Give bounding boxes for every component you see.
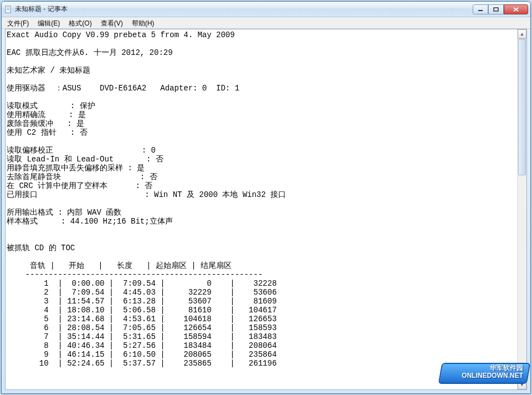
app-icon xyxy=(4,5,13,14)
text-line: 7 | 35:14.44 | 5:31.65 | 158594 | 183483 xyxy=(7,332,290,341)
text-line: 2 | 7:09.54 | 4:45.03 | 32229 | 53606 xyxy=(7,288,290,297)
text-line: 9 | 46:14.15 | 6:10.50 | 208065 | 235864 xyxy=(7,350,290,359)
text-line: 使用 C2 指针 : 否 xyxy=(7,128,88,137)
menu-edit[interactable]: 编辑(E) xyxy=(33,17,64,28)
text-line: 6 | 28:08.54 | 7:05.65 | 126654 | 158593 xyxy=(7,323,290,332)
text-line: 1 | 0:00.00 | 7:09.54 | 0 | 32228 xyxy=(7,279,290,288)
close-button[interactable] xyxy=(504,4,528,14)
menubar: 文件(F) 编辑(E) 格式(O) 查看(V) 帮助(H) xyxy=(2,17,530,29)
watermark-line2: ONLINEDOWN.NET xyxy=(462,372,523,379)
menu-help[interactable]: 帮助(H) xyxy=(127,17,159,28)
notepad-window: 未知标题 - 记事本 文件(F) 编辑(E) 格式(O) 查看(V) 帮助(H)… xyxy=(1,1,531,394)
watermark-text: 华军软件园 ONLINEDOWN.NET xyxy=(462,364,523,379)
text-line: 3 | 11:54.57 | 6:13.28 | 53607 | 81609 xyxy=(7,297,290,306)
text-line: 未知艺术家 / 未知标题 xyxy=(7,66,90,75)
text-line: 5 | 23:14.68 | 4:53.61 | 104618 | 126653 xyxy=(7,315,290,323)
text-line: EAC 抓取日志文件从6. 十一月 2012, 20:29 xyxy=(7,48,173,57)
text-line: 样本格式 : 44.100 Hz;16 Bit;立体声 xyxy=(7,217,173,226)
scroll-up-button[interactable]: ▲ xyxy=(518,29,526,39)
text-line: 音轨 | 开始 | 长度 | 起始扇区 | 结尾扇区 xyxy=(7,261,236,270)
watermark-badge: 华军软件园 ONLINEDOWN.NET xyxy=(440,359,529,391)
text-line: 4 | 18:08.10 | 5:06.58 | 81610 | 104617 xyxy=(7,306,290,315)
text-line: 所用输出格式 : 内部 WAV 函数 xyxy=(7,208,121,217)
text-line: 在 CRC 计算中使用了空样本 : 否 xyxy=(7,181,152,190)
text-line: ----------------------------------------… xyxy=(7,270,263,279)
text-line: 废除音频缓冲 : 是 xyxy=(7,119,84,128)
client-area: Exact Audio Copy V0.99 prebeta 5 from 4.… xyxy=(5,29,527,390)
window-controls xyxy=(473,4,528,14)
watermark-line1: 华军软件园 xyxy=(490,364,523,372)
text-line: 使用驱动器 ：ASUS DVD-E616A2 Adapter: 0 ID: 1 xyxy=(7,84,239,93)
text-line: 用静音填充抓取中丢失偏移的采样 : 是 xyxy=(7,164,145,173)
menu-view[interactable]: 查看(V) xyxy=(96,17,127,28)
text-area[interactable]: Exact Audio Copy V0.99 prebeta 5 from 4.… xyxy=(7,31,516,388)
svg-rect-0 xyxy=(6,6,11,13)
vertical-scrollbar[interactable]: ▲ ▼ xyxy=(517,29,526,389)
text-line: 读取模式 : 保护 xyxy=(7,102,95,110)
titlebar[interactable]: 未知标题 - 记事本 xyxy=(2,2,530,17)
text-line: 读取 Lead-In 和 Lead-Out : 否 xyxy=(7,155,163,164)
scroll-thumb[interactable] xyxy=(518,39,526,175)
svg-rect-5 xyxy=(494,8,498,11)
scroll-track[interactable] xyxy=(518,39,526,380)
text-line: 已用接口 : Win NT 及 2000 本地 Win32 接口 xyxy=(7,190,286,199)
maximize-button[interactable] xyxy=(488,4,504,14)
text-line: Exact Audio Copy V0.99 prebeta 5 from 4.… xyxy=(7,31,235,39)
menu-format[interactable]: 格式(O) xyxy=(64,17,96,28)
window-title: 未知标题 - 记事本 xyxy=(15,4,473,14)
text-line: 去除首尾静音块 : 否 xyxy=(7,173,157,181)
text-line: 使用精确流 : 是 xyxy=(7,110,86,119)
text-line: 被抓轨 CD 的 TOC xyxy=(7,244,75,252)
text-line: 读取偏移校正 : 0 xyxy=(7,146,156,155)
minimize-button[interactable] xyxy=(473,4,488,14)
text-line: 8 | 40:46.34 | 5:27.56 | 183484 | 208064 xyxy=(7,341,290,350)
text-line: 10 | 52:24.65 | 5:37.57 | 235865 | 26119… xyxy=(7,359,290,368)
menu-file[interactable]: 文件(F) xyxy=(3,17,33,28)
